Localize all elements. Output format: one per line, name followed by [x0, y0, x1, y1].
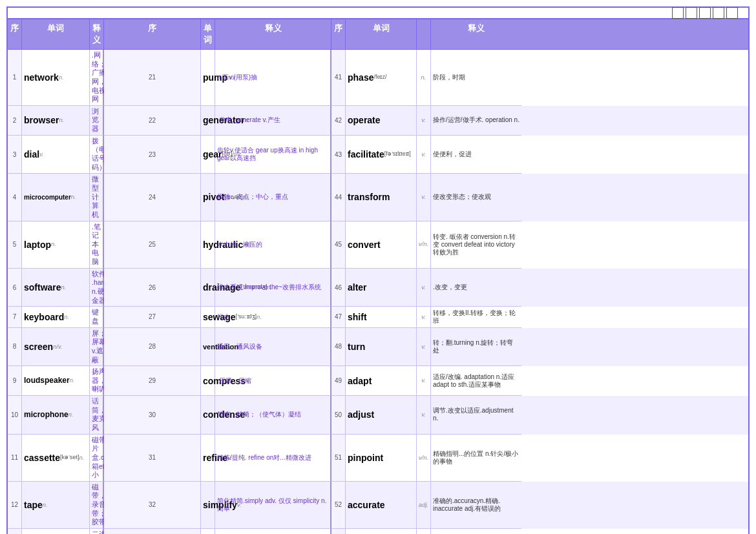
- table-row: 11cassette [kəˈset] n.磁带/底片盒.case箱ette/小…: [8, 435, 748, 482]
- table-row: 5laptop n..笔记本电脑25hydraulic adj.水力的，液压的4…: [8, 221, 748, 269]
- col-header-seq2: 序: [104, 19, 201, 49]
- date-box-4: [713, 7, 724, 19]
- col-header-seq3: 序: [331, 19, 346, 49]
- col-header-def3: 释义: [431, 19, 521, 49]
- table-row: 13binary n.二进制，二元的33purify v.净化，使纯净. pur…: [8, 529, 748, 534]
- table-row: 12tape n.磁带，录音带；胶带32simplify v.简化精简.simp…: [8, 482, 748, 529]
- date-box-3: [699, 7, 711, 19]
- col-header-pos3: [417, 19, 431, 49]
- table-row: 1network n..网络；广播网，电视网21pump n/vn.泵v.(用泵…: [8, 50, 748, 106]
- table-row: 6software n.软件 .hardware n.硬件.五金器具26drai…: [8, 269, 748, 307]
- header-date: [668, 7, 738, 19]
- table-body: 1network n..网络；广播网，电视网21pump n/vn.泵v.(用泵…: [8, 50, 748, 534]
- table-row: 3dial v.拨（电话号码）23gear [gɪr] n/v齿轮v.使适合 g…: [8, 136, 748, 174]
- table-row: 10microphone n.话筒，麦克风30condense v.简缩，精简；…: [8, 396, 748, 435]
- col-header-word1: 单词: [22, 19, 90, 49]
- table-row: 7keyboard n.键盘27sewage [ˈsuːɪdʒ] n.污水47s…: [8, 307, 748, 327]
- main-container: 序 单词 释义 序 单词 释义 序 单词 释义 1network n..网络；广…: [6, 6, 750, 534]
- date-box-2: [686, 7, 697, 19]
- col-header-word3: 单词: [346, 19, 417, 49]
- table-row: 4microcomputer n.微型计算机24pivot [ˈpɪvət] n…: [8, 174, 748, 221]
- col-header-def2: 释义: [215, 19, 331, 49]
- date-box-5: [726, 7, 738, 19]
- table-row: 8screen n/v.屏；屏幕v.遮蔽28ventilation n.通风；通…: [8, 328, 748, 367]
- col-header-seq1: 序: [8, 19, 22, 49]
- table-row: 9loudspeaker n.扬声器，喇叭29compress v..压紧，压缩…: [8, 366, 748, 396]
- col-header-word2: 单词: [201, 19, 215, 49]
- col-header-def1: 释义: [90, 19, 104, 49]
- table-row: 2browser n.浏览器22generator n..发电. generat…: [8, 106, 748, 136]
- date-boxes: [672, 7, 738, 19]
- date-box-1: [672, 7, 684, 19]
- header: [8, 8, 748, 19]
